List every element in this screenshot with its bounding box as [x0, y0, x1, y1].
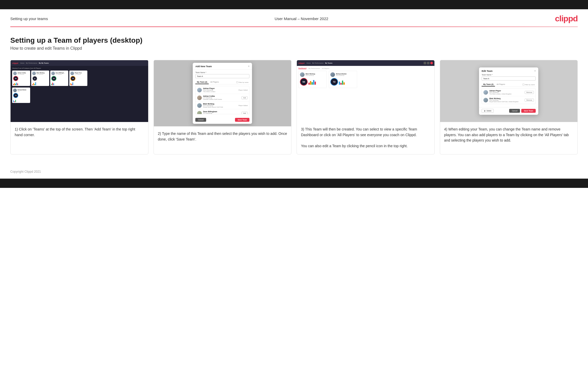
ss2-modal-title: Add New Team	[195, 65, 212, 68]
ss1-heading: Viewing 5 out of 8 players from All Play…	[12, 67, 147, 69]
ss2-player-1-avatar	[197, 95, 202, 100]
page-subtitle: How to create and edit Teams in Clippd	[10, 46, 578, 51]
ss2-player-row-2: Blair McHarg Plus Handicap Royal North D…	[196, 102, 249, 109]
card-1: clippd Home My Performance My My Teams V…	[10, 60, 148, 154]
ss2-tab-myteam[interactable]: My Team (2)	[195, 80, 209, 84]
ss4-cancel-button[interactable]: Cancel	[509, 109, 520, 113]
ss3-logo: clippd	[298, 62, 305, 64]
ss2-team-name-input[interactable]: Team A	[195, 74, 249, 78]
ss2-player-1-info: Adrian Coliba 1.5 Handicap Central Londo…	[203, 95, 240, 100]
page-title: Setting up a Team of players (desktop)	[10, 36, 578, 45]
ss1-topbar: clippd Home My Performance My My Teams	[11, 60, 148, 66]
ss1-player-card-4: Player Four 2.1 Handicap 78	[69, 71, 87, 86]
ss3-player-card-2: Richard Butler Plus Handicap 72	[329, 71, 357, 88]
ss2-player-2-info: Blair McHarg Plus Handicap Royal North D…	[203, 103, 237, 108]
card-3-description-2: You can also edit a Team by clicking the…	[301, 144, 408, 148]
ss4-player-1-avatar	[483, 98, 488, 102]
header-center-text: User Manual – November 2022	[275, 16, 328, 21]
ss2-player-0-avatar	[197, 88, 202, 92]
screenshot-2: Add New Team × Team Name * Team A My Tea…	[154, 60, 291, 126]
ss2-tabs: My Team (2) All Players Filter by name	[195, 80, 249, 84]
ss2-player-2-club2: Royal North Devon Golf Club	[203, 106, 237, 108]
ss1-inner: clippd Home My Performance My My Teams V…	[11, 60, 148, 122]
ss2-player-2-status: Player Added	[239, 105, 248, 106]
ss1-nav-home: Home	[20, 62, 24, 64]
ss3-body: Dashboard My Performance All Players Bla…	[297, 66, 434, 89]
ss1-player-card-1: Adrian Coliba Plus Handicap 84	[12, 71, 30, 86]
ss2-player-2-avatar	[197, 103, 202, 108]
ss4-player-row-0: Adrian Player Plus Handicap The Shire Lo…	[482, 89, 535, 96]
ss2-player-3-name: Dave Billingham	[203, 111, 240, 112]
cards-row: clippd Home My Performance My My Teams V…	[10, 60, 578, 154]
card-4: Edit Team × Team Name * Team A My Team (…	[440, 60, 578, 154]
ss1-player-card-5: Richard Butler Plus 72	[12, 88, 30, 103]
ss2-player-3-club2: The Dog Maying Golf Club	[203, 114, 240, 114]
ss4-modal-close-icon[interactable]: ×	[534, 69, 536, 72]
screenshot-4: Edit Team × Team Name * Team A My Team (…	[440, 60, 578, 122]
ss2-player-row-3: Dave Billingham 3.5 Handicap The Dog May…	[196, 109, 249, 114]
card-4-text: 4) When editing your Team, you can chang…	[440, 122, 578, 154]
screenshot-1: clippd Home My Performance My My Teams V…	[11, 60, 148, 122]
ss2-cancel-button[interactable]: Cancel	[195, 118, 206, 122]
top-bar	[0, 0, 588, 9]
ss2-player-row-0: Adrian Player Plus Handicap The Shire Lo…	[196, 86, 249, 94]
ss2-player-3-add-button[interactable]: Add	[241, 112, 248, 115]
ss4-player-row-1: Blair McHarg Plus Handicap Royal North D…	[482, 96, 535, 104]
ss3-sub-nav-perf: My Performance	[308, 68, 320, 69]
ss3-player-card-1: Blair McHarg Plus Handicap 94	[298, 71, 327, 88]
ss2-modal-close-icon[interactable]: ×	[248, 65, 249, 68]
ss3-sub-nav-allplayers: All Players	[322, 68, 329, 69]
ss3-nav-perf: My Performance	[312, 62, 324, 64]
ss4-delete-button[interactable]: 🗑 Delete	[482, 109, 494, 113]
ss2-player-0-club2: The Shire London	[203, 91, 237, 92]
page-footer: Copyright Clippd 2021	[0, 167, 588, 179]
ss4-player-1-detail2: Royal North Devon Golf Club, United King…	[489, 101, 523, 102]
card-3: clippd Home My Performance My Teams	[297, 60, 435, 154]
ss2-player-1-add-button[interactable]: Add	[241, 96, 248, 99]
ss2-field-label: Team Name *	[195, 72, 249, 73]
ss4-modal-footer: 🗑 Delete Cancel Save Team	[479, 107, 538, 115]
ss4-player-0-avatar	[483, 90, 488, 95]
ss2-modal-header: Add New Team ×	[193, 63, 252, 69]
ss4-player-1-remove-button[interactable]: Remove	[525, 99, 534, 102]
page-content: Setting up a Team of players (desktop) H…	[0, 27, 588, 167]
ss2-tab-allplayers[interactable]: All Players	[209, 80, 220, 84]
ss2-modal-body: Team Name * Team A My Team (2) All Playe…	[193, 69, 252, 116]
card-2-text: 2) Type the name of this Team and then s…	[154, 126, 291, 154]
card-2: Add New Team × Team Name * Team A My Tea…	[154, 60, 292, 154]
ss4-modal-header: Edit Team ×	[479, 67, 538, 74]
ss3-nav-teams: My Teams	[325, 62, 333, 64]
card-3-description-1: 3) This Team will then be created. You c…	[301, 127, 417, 137]
ss1-nav: Home My Performance My My Teams	[20, 62, 49, 64]
ss3-topbar: clippd Home My Performance My Teams	[297, 60, 434, 66]
ss4-player-0-remove-button[interactable]: Remove	[525, 91, 534, 94]
header-left-text: Setting up your teams	[10, 16, 48, 21]
ss3-inner: clippd Home My Performance My Teams	[297, 60, 434, 122]
ss2-player-1-name: Adrian Coliba	[203, 95, 240, 97]
trash-icon: 🗑	[484, 110, 486, 112]
bottom-bar	[0, 179, 588, 188]
ss4-save-button[interactable]: Save Team	[521, 109, 536, 113]
ss3-nav-home: Home	[307, 62, 311, 64]
ss4-tab-allplayers[interactable]: All Players	[495, 83, 507, 86]
ss3-cards-row: Blair McHarg Plus Handicap 94	[298, 71, 433, 88]
ss4-filter-checkbox[interactable]: Filter by name	[522, 83, 536, 86]
card-1-text: 1) Click on 'Teams' at the top of the sc…	[11, 122, 148, 154]
ss4-tabs: My Team (2) All Players Filter by name	[482, 83, 536, 87]
ss1-nav-performance: My Performance	[26, 62, 37, 64]
clippd-logo: clippd	[555, 14, 578, 23]
ss2-filter-checkbox[interactable]: Filter by name	[235, 80, 249, 84]
ss2-player-0-status: Player Added	[239, 89, 248, 91]
ss2-modal-footer: Cancel Save Team	[193, 116, 252, 124]
ss4-team-name-input[interactable]: Team A	[482, 76, 536, 81]
ss4-modal-body: Team Name * Team A My Team (2) All Playe…	[479, 74, 538, 107]
ss4-tab-myteam[interactable]: My Team (2)	[482, 83, 495, 86]
ss1-players-row: Adrian Coliba Plus Handicap 84	[12, 71, 147, 86]
ss2-player-3-info: Dave Billingham 3.5 Handicap The Dog May…	[203, 111, 240, 114]
ss4-player-0-info: Adrian Player Plus Handicap The Shire Lo…	[489, 90, 523, 95]
add-new-team-modal: Add New Team × Team Name * Team A My Tea…	[193, 63, 252, 124]
ss4-player-0-name: Adrian Player	[489, 90, 523, 92]
ss4-player-1-info: Blair McHarg Plus Handicap Royal North D…	[489, 98, 523, 102]
ss2-save-button[interactable]: Save Team	[235, 118, 249, 122]
copyright-text: Copyright Clippd 2021	[10, 170, 41, 173]
